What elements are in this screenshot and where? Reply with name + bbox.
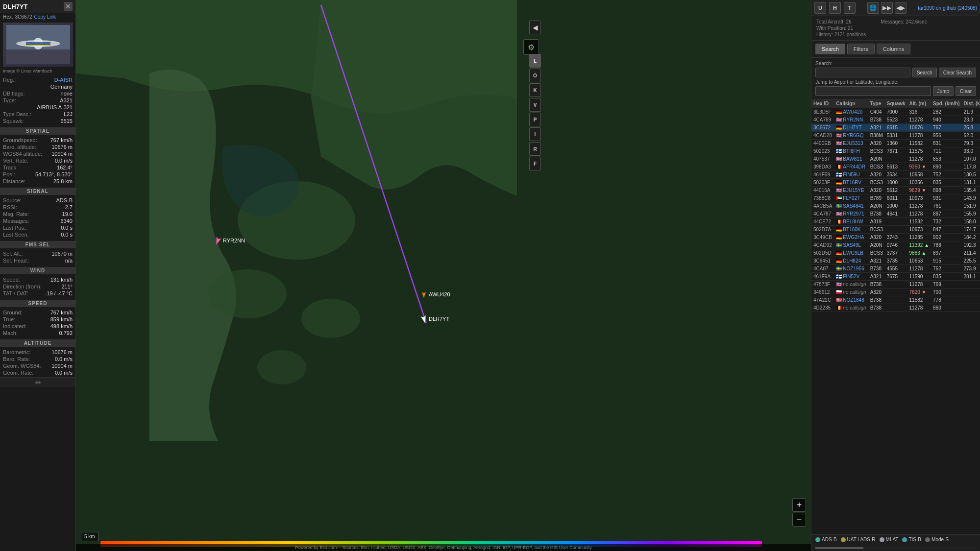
filters-button[interactable]: Filters bbox=[847, 44, 875, 54]
cell-hex: 47A22C bbox=[811, 296, 834, 304]
table-row[interactable]: 4D2235 🇧🇪no callsign B738 11278 860 -24.… bbox=[811, 304, 980, 312]
cell-speed: 940 bbox=[931, 116, 961, 124]
dbflags-label: DB flags: bbox=[3, 91, 25, 96]
cell-alt: 11285 bbox=[907, 234, 931, 241]
col-dist[interactable]: Dist. (km) bbox=[961, 99, 980, 108]
mode-u-button[interactable]: U bbox=[814, 2, 826, 14]
nav-arrow-left-button[interactable]: ◀ bbox=[529, 21, 541, 34]
cell-hex: 4400EB bbox=[811, 140, 834, 147]
col-speed[interactable]: Spd. (km/h) bbox=[931, 99, 961, 108]
table-row[interactable]: 3C49CB 🇩🇪EWG2HA A320 3743 11285 902 184.… bbox=[811, 234, 980, 241]
sidenav-f-button[interactable]: F bbox=[529, 157, 541, 170]
search-input[interactable] bbox=[815, 68, 910, 77]
cell-type: B38M bbox=[868, 132, 885, 140]
table-row[interactable]: 4ACB5A 🇸🇪SAS4841 A20N 1000 11278 761 151… bbox=[811, 202, 980, 210]
table-row[interactable]: 4400EB 🇬🇧EJU5313 A320 1360 11582 831 79.… bbox=[811, 140, 980, 147]
jump-button[interactable]: Jump bbox=[933, 86, 954, 96]
github-link[interactable]: tar1090 on github (240508) bbox=[918, 5, 977, 11]
search-tab-button[interactable]: Search bbox=[815, 44, 845, 54]
cell-squawk bbox=[885, 226, 907, 234]
aircraft-table-container[interactable]: Hex ID Callsign Type Squawk Alt. (m) Spd… bbox=[811, 99, 980, 534]
sidenav-l-button[interactable]: L bbox=[529, 54, 541, 68]
cell-dist: 135.4 bbox=[961, 187, 980, 194]
table-row[interactable]: 4CA787 🇬🇧RYR2971 B738 4641 11278 887 155… bbox=[811, 210, 980, 218]
zoom-out-button[interactable]: − bbox=[792, 513, 806, 527]
cell-type: A320 bbox=[868, 187, 885, 194]
table-row[interactable]: 44CE72 🇧🇪BEL8HW A319 11582 732 158.0 -24… bbox=[811, 218, 980, 226]
clear-jump-button[interactable]: Clear bbox=[956, 86, 976, 96]
cell-speed: 732 bbox=[931, 218, 961, 226]
aircraft-callsign: DLH7YT bbox=[3, 3, 28, 10]
clear-search-button[interactable]: Clear Search bbox=[939, 68, 976, 77]
table-row[interactable]: 4CAD28 🇬🇧RYR6GQ B38M 5331 11278 956 62.0… bbox=[811, 132, 980, 140]
table-row[interactable]: 4CA769 🇬🇧RYR2NN B738 5523 11278 940 23.3… bbox=[811, 116, 980, 124]
cell-hex: 4CA787 bbox=[811, 210, 834, 218]
table-row[interactable]: 47A22C 🇳🇴NOZ1848 B738 11582 778 -23.5 bbox=[811, 296, 980, 304]
map-container[interactable]: DLH7YT AWU420 RYR2NN 5 km + − Powered by… bbox=[76, 0, 811, 551]
altitude-section: Barometric:10676 m Baro. Rate:0.0 m/s Ge… bbox=[0, 348, 75, 377]
mode-t-button[interactable]: T bbox=[844, 2, 856, 14]
table-row[interactable]: 50203F 🇩🇪BT16RV BCS3 1000 10356 835 131.… bbox=[811, 179, 980, 187]
nav-forward-button[interactable]: ▶▶ bbox=[881, 2, 893, 14]
table-row[interactable]: 346612 🇵🇱no callsign A320 7620 ▼ 700 bbox=[811, 288, 980, 296]
col-type[interactable]: Type bbox=[868, 99, 885, 108]
cell-callsign: 🇦🇪FLY027 bbox=[834, 194, 868, 202]
table-row[interactable]: 502023 🇫🇮BTI8FH BCS3 7671 11575 711 93.0… bbox=[811, 147, 980, 155]
sidenav-i-button[interactable]: I bbox=[529, 127, 541, 141]
table-row[interactable]: 502D5D 🇩🇪EWG9LB BCS3 3737 9883 ▲ 897 211… bbox=[811, 249, 980, 257]
zoom-in-button[interactable]: + bbox=[792, 498, 806, 512]
aircraft-image bbox=[3, 23, 73, 67]
dbflags-value: none bbox=[61, 91, 73, 96]
sidenav-v-button[interactable]: V bbox=[529, 98, 541, 112]
table-row[interactable]: 4CAD92 🇸🇪SAS49L A20N 0746 11392 ▲ 788 19… bbox=[811, 241, 980, 249]
table-row[interactable]: 3C6451 🇩🇪DLH824 A321 3735 10653 915 225.… bbox=[811, 257, 980, 265]
col-alt[interactable]: Alt. (m) bbox=[907, 99, 931, 108]
table-row[interactable]: 407537 🇬🇧BAW811 A20N 11278 853 107.0 -20… bbox=[811, 155, 980, 163]
sidenav-r-button[interactable]: R bbox=[529, 142, 541, 156]
cell-alt: 10356 bbox=[907, 179, 931, 187]
search-button[interactable]: Search bbox=[912, 68, 937, 77]
cell-dist: 130.5 bbox=[961, 171, 980, 179]
table-row[interactable]: 461F69 🇫🇮FIN59U A320 3534 10958 752 130.… bbox=[811, 171, 980, 179]
table-row[interactable]: 461F9A 🇫🇮FIN52V A321 7675 11590 835 281.… bbox=[811, 273, 980, 281]
map-type-button[interactable]: 🌐 bbox=[867, 2, 879, 14]
action-row: Search Filters Columns bbox=[811, 41, 980, 58]
table-row[interactable]: 44015A 🇬🇧EJU15YE A320 5612 9639 ▼ 898 13… bbox=[811, 187, 980, 194]
cell-hex: 50203F bbox=[811, 179, 834, 187]
table-row[interactable]: 3E3D5F 🇩🇪AWU420 C404 7000 316 282 21.9 -… bbox=[811, 108, 980, 116]
jump-input[interactable] bbox=[815, 86, 931, 96]
cell-hex: 502023 bbox=[811, 147, 834, 155]
cell-alt: 10973 bbox=[907, 194, 931, 202]
speed-section: Ground:767 km/h True:859 km/h Indicated:… bbox=[0, 308, 75, 337]
zoom-controls[interactable]: + − bbox=[792, 498, 806, 527]
table-row[interactable]: 47873F 🇬🇧no callsign B738 11278 769 -23.… bbox=[811, 281, 980, 288]
table-row[interactable]: 3C6672 🇩🇪DLH7YT A321 6515 10676 767 25.8… bbox=[811, 124, 980, 132]
resize-handle[interactable]: ⬌ bbox=[0, 377, 75, 387]
aircraft-photo bbox=[6, 25, 70, 64]
table-row[interactable]: 398DA3 🇧🇪AFR44DR BCS3 5613 9350 ▼ 890 11… bbox=[811, 163, 980, 171]
table-row[interactable]: 4CA07 🇸🇪NOZ1956 B738 4555 11278 762 273.… bbox=[811, 265, 980, 273]
cell-alt: 7620 ▼ bbox=[907, 288, 931, 296]
cell-speed: 788 bbox=[931, 241, 961, 249]
settings-button[interactable]: ⚙ bbox=[523, 39, 539, 55]
table-row[interactable]: 7388C8 🇦🇪FLY027 B789 6011 10973 931 143.… bbox=[811, 194, 980, 202]
columns-button[interactable]: Columns bbox=[877, 44, 910, 54]
close-button[interactable]: ✕ bbox=[64, 2, 73, 11]
cell-type: B738 bbox=[868, 296, 885, 304]
col-callsign[interactable]: Callsign bbox=[834, 99, 868, 108]
nav-arrows-button[interactable]: ◀▶ bbox=[895, 2, 906, 14]
type-value: A321 bbox=[60, 97, 73, 103]
cell-alt: 11278 bbox=[907, 116, 931, 124]
col-hex[interactable]: Hex ID bbox=[811, 99, 834, 108]
cell-dist: 107.0 bbox=[961, 155, 980, 163]
cell-squawk: 7675 bbox=[885, 273, 907, 281]
table-row[interactable]: 502D7A 🇩🇪BT160K BCS3 10973 847 174.7 -23… bbox=[811, 226, 980, 234]
sidenav-k-button[interactable]: K bbox=[529, 83, 541, 97]
sidenav-p-button[interactable]: P bbox=[529, 113, 541, 126]
col-squawk[interactable]: Squawk bbox=[885, 99, 907, 108]
copy-link-button[interactable]: Copy Link bbox=[34, 14, 56, 20]
cell-type: A321 bbox=[868, 273, 885, 281]
mode-h-button[interactable]: H bbox=[829, 2, 841, 14]
sidenav-o-button[interactable]: O bbox=[529, 69, 541, 82]
cell-hex: 4CA769 bbox=[811, 116, 834, 124]
